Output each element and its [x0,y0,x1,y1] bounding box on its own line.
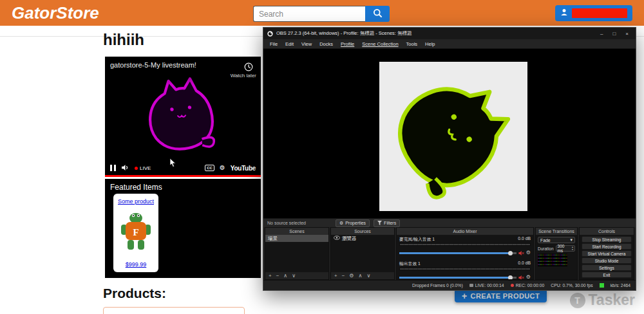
live-indicator[interactable]: LIVE [135,165,151,171]
mic-volume-slider[interactable] [399,252,516,254]
add-scene-button[interactable]: + [269,273,272,279]
search-button[interactable] [365,6,390,22]
featured-product-card[interactable]: Some product F $999.99 [113,194,158,272]
mic-settings-icon[interactable]: ⚙ [526,250,531,255]
menu-help[interactable]: Help [421,40,439,48]
scenes-toolbar: + − ∧ ∨ [265,272,328,279]
video-progress-bar[interactable] [105,175,261,177]
obs-dock-row: Scenes 場景 + − ∧ ∨ Sources [263,227,636,280]
spinner-arrows[interactable]: ▴ ▾ [572,246,573,251]
mouse-cursor [169,158,176,171]
obs-title-bar[interactable]: OBS 27.2.3 (64-bit, windows) - Profile: … [263,28,636,39]
account-button[interactable] [555,5,632,21]
bitrate-status: kb/s: 2464 [611,283,630,288]
products-heading: Products: [103,286,166,301]
source-down-button[interactable]: ∨ [366,273,370,279]
duration-label: Duration [538,246,554,251]
person-icon [560,8,568,18]
gear-icon: ⚙ [339,221,343,226]
congestion-indicator-icon [600,283,604,288]
duration-spinbox[interactable]: 300 ms ▴ ▾ [556,245,575,252]
obs-menu-bar: File Edit View Docks Profile Scene Colle… [263,39,636,49]
mic-slider-handle[interactable] [508,251,513,255]
source-item-label: 瀏覽器 [342,236,357,242]
mic-channel-level: 0.0 dB [518,236,531,243]
tasker-logo-icon: T [570,293,585,308]
remove-source-button[interactable]: − [342,273,345,279]
menu-docks[interactable]: Docks [316,40,337,48]
source-up-button[interactable]: ∧ [359,273,363,279]
youtube-logo[interactable]: YouTube [231,165,256,172]
scenes-dock: Scenes 場景 + − ∧ ∨ [265,227,329,280]
output-settings-icon[interactable]: ⚙ [526,275,531,279]
add-source-button[interactable]: + [334,273,337,279]
output-volume-meter [399,268,531,270]
scene-up-button[interactable]: ∧ [283,273,287,279]
start-virtual-camera-button[interactable]: Start Virtual Camera [582,250,632,257]
product-price-link[interactable]: $999.99 [126,261,147,268]
livestream-player[interactable]: gatorstore-5-My livestream! Watch later [105,57,261,177]
source-item[interactable]: 瀏覽器 [331,235,394,242]
obs-source-toolbar: No source selected ⚙ Properties Filters [263,218,636,227]
menu-file[interactable]: File [266,40,281,48]
menu-view[interactable]: View [298,40,316,48]
search-input[interactable] [253,6,365,22]
create-product-button[interactable]: + CREATE PRODUCT [455,289,547,302]
properties-button[interactable]: ⚙ Properties [336,219,370,227]
filters-button[interactable]: Filters [374,219,400,227]
output-channel-level: 0.0 dB [518,261,531,267]
funnel-icon [377,221,382,226]
stop-streaming-button[interactable]: Stop Streaming [582,236,632,243]
menu-scene-collection[interactable]: Scene Collection [358,40,402,48]
redacted-username [572,8,627,18]
gatorstore-page: GatorStore hihiih [0,0,644,314]
transitions-body: Fade ▾ Duration 300 ms ▴ ▾ [536,235,577,279]
watch-later-label: Watch later [231,73,256,78]
rec-status: REC: 00:00:00 [511,283,545,288]
minimize-button[interactable]: – [600,31,603,37]
product-name-link[interactable]: Some product [118,198,154,205]
settings-button[interactable]: Settings [582,264,632,271]
remove-scene-button[interactable]: − [276,273,279,279]
exit-button[interactable]: Exit [582,272,632,278]
tasker-watermark: T Tasker [570,291,635,309]
mic-mute-icon[interactable] [518,247,524,259]
maximize-button[interactable]: □ [612,31,616,37]
output-volume-slider[interactable] [399,277,516,279]
scenes-dock-title: Scenes [265,228,328,235]
duration-value: 300 ms [558,244,571,253]
menu-edit[interactable]: Edit [281,40,298,48]
cpu-status: CPU: 0.7%, 30.00 fps [551,283,592,288]
start-recording-button[interactable]: Start Recording [582,243,632,250]
eye-icon [334,236,340,241]
studio-mode-button[interactable]: Studio Mode [582,257,632,264]
sources-list: 瀏覽器 [331,235,394,272]
transition-select[interactable]: Fade ▾ [538,237,575,243]
menu-profile[interactable]: Profile [337,40,358,48]
obs-canvas-source[interactable] [379,62,527,211]
controls-body: Stop Streaming Start Recording Start Vir… [580,235,634,279]
output-mute-icon[interactable] [518,272,524,279]
close-button[interactable]: × [625,31,629,37]
sources-dock-title: Sources [331,228,394,235]
source-properties-button[interactable]: ⚙ [349,273,354,279]
scene-down-button[interactable]: ∨ [292,273,296,279]
scenes-list: 場景 [265,235,328,272]
app-header: GatorStore [0,0,644,26]
scene-item[interactable]: 場景 [265,235,328,242]
video-settings-icon[interactable]: ⚙ [220,165,225,171]
stream-icon [469,284,473,287]
brand-logo[interactable]: GatorStore [12,3,99,23]
obs-preview-area[interactable] [263,49,636,218]
video-title[interactable]: gatorstore-5-My livestream! [110,61,196,69]
volume-icon[interactable] [121,162,129,174]
live-dot-icon [135,167,138,170]
spin-down-icon[interactable]: ▾ [572,248,573,251]
obs-status-bar: Dropped Frames 0 (0.0%) LIVE: 00:00:14 R… [263,280,636,290]
obs-logo-icon [267,28,273,39]
pause-button[interactable] [110,162,116,174]
captions-button[interactable]: CC [205,165,214,171]
menu-tools[interactable]: Tools [402,40,422,48]
output-slider-handle[interactable] [508,275,513,280]
source-status-text: No source selected [267,221,306,225]
